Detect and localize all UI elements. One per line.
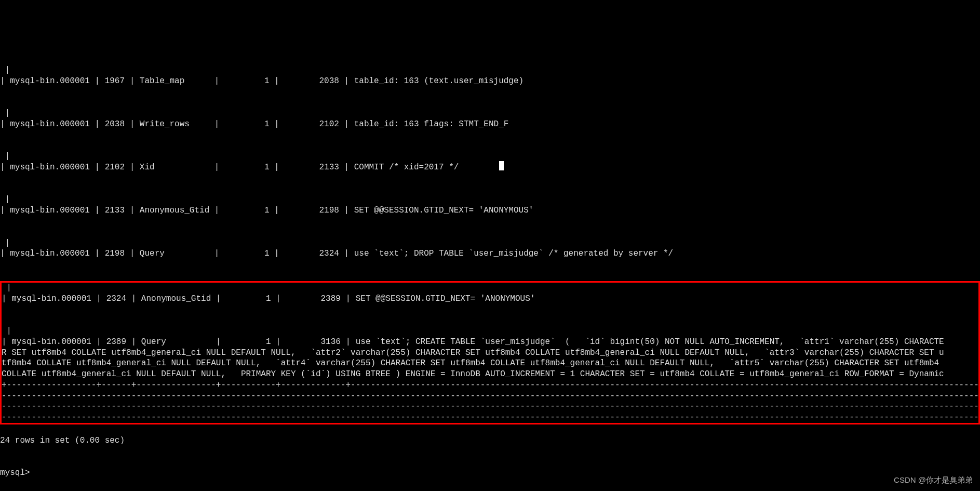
binlog-row: | | mysql-bin.000001 | 2038 | Write_rows… (0, 108, 980, 140)
result-summary: 24 rows in set (0.00 sec) (0, 435, 980, 446)
table-separator: ----------------------------------------… (2, 413, 980, 422)
highlighted-region: | | mysql-bin.000001 | 2324 | Anonymous_… (0, 281, 980, 424)
binlog-row: | | mysql-bin.000001 | 2198 | Query | 1 … (0, 238, 980, 270)
terminal-output: | | mysql-bin.000001 | 1967 | Table_map … (0, 54, 980, 489)
mysql-prompt[interactable]: mysql> (0, 468, 980, 479)
table-separator: ----------------------------------------… (2, 402, 980, 411)
watermark: CSDN @你才是臭弟弟 (894, 475, 973, 485)
binlog-row: | | mysql-bin.000001 | 1967 | Table_map … (0, 65, 980, 97)
binlog-row: | | mysql-bin.000001 | 2102 | Xid | 1 | … (0, 151, 980, 183)
table-separator: +------------------+------+-------------… (2, 380, 980, 390)
binlog-row: | | mysql-bin.000001 | 2133 | Anonymous_… (0, 194, 980, 227)
text-cursor (499, 161, 504, 170)
table-separator: ----------------------------------------… (2, 391, 980, 401)
